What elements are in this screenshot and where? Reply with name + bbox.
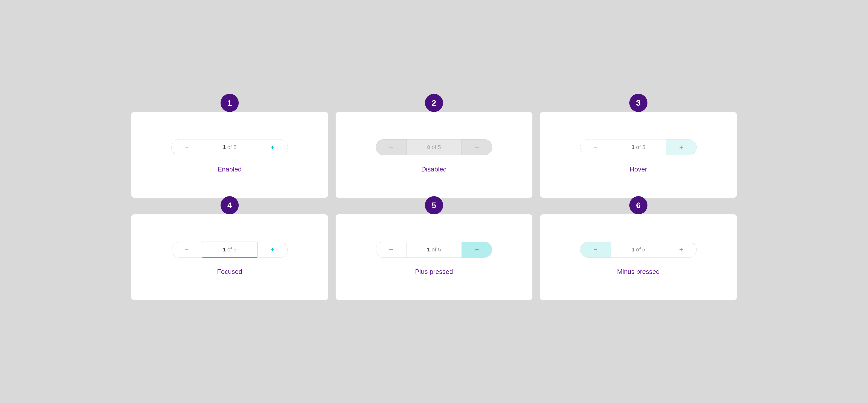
card-plus-pressed: − 1 of 5 + Plus pressed bbox=[336, 214, 532, 300]
of-text-plus-pressed: of bbox=[430, 246, 438, 253]
card-wrapper-minus-pressed: 6 − 1 of 5 + Minus pressed bbox=[540, 205, 737, 300]
card-wrapper-disabled: 2 − 0 of 5 + Disabled bbox=[336, 103, 532, 198]
card-focused: − 1 of 5 + Focused bbox=[131, 214, 328, 300]
value-plus-pressed: 1 of 5 bbox=[406, 242, 462, 258]
value-disabled: 0 of 5 bbox=[406, 139, 462, 155]
minus-button-disabled: − bbox=[376, 139, 406, 155]
value-minus-pressed: 1 of 5 bbox=[611, 242, 666, 258]
badge-4: 4 bbox=[220, 196, 239, 214]
plus-button-plus-pressed[interactable]: + bbox=[462, 242, 492, 258]
of-text-enabled: of bbox=[226, 144, 234, 150]
stepper-focused: − 1 of 5 + bbox=[172, 242, 288, 258]
badge-2: 2 bbox=[425, 94, 443, 112]
of-text-minus-pressed: of bbox=[634, 246, 643, 253]
plus-button-focused[interactable]: + bbox=[257, 242, 288, 258]
current-value-focused: 1 bbox=[222, 246, 225, 253]
current-value-enabled: 1 bbox=[222, 144, 225, 150]
value-focused[interactable]: 1 of 5 bbox=[202, 242, 257, 258]
of-text-hover: of bbox=[634, 144, 643, 150]
card-wrapper-enabled: 1 − 1 of 5 + Enabled bbox=[131, 103, 328, 198]
label-enabled: Enabled bbox=[217, 165, 242, 173]
value-enabled: 1 of 5 bbox=[202, 139, 257, 155]
total-value-enabled: 5 bbox=[234, 144, 237, 150]
card-minus-pressed: − 1 of 5 + Minus pressed bbox=[540, 214, 737, 300]
badge-6: 6 bbox=[629, 196, 648, 214]
stepper-hover: − 1 of 5 + bbox=[580, 139, 697, 155]
of-text-focused: of bbox=[226, 246, 234, 253]
card-grid: 1 − 1 of 5 + Enabled 2 − 0 of bbox=[131, 103, 737, 300]
plus-button-minus-pressed[interactable]: + bbox=[666, 242, 696, 258]
total-value-plus-pressed: 5 bbox=[438, 246, 441, 253]
stepper-plus-pressed: − 1 of 5 + bbox=[376, 242, 492, 258]
badge-1: 1 bbox=[220, 94, 239, 112]
total-value-hover: 5 bbox=[642, 144, 645, 150]
card-disabled: − 0 of 5 + Disabled bbox=[336, 112, 532, 198]
current-value-plus-pressed: 1 bbox=[427, 246, 430, 253]
minus-button-plus-pressed[interactable]: − bbox=[376, 242, 406, 258]
card-wrapper-plus-pressed: 5 − 1 of 5 + Plus pressed bbox=[336, 205, 532, 300]
card-wrapper-hover: 3 − 1 of 5 + Hover bbox=[540, 103, 737, 198]
minus-button-hover[interactable]: − bbox=[580, 139, 611, 155]
minus-button-minus-pressed[interactable]: − bbox=[580, 242, 611, 258]
stepper-enabled: − 1 of 5 + bbox=[171, 139, 288, 155]
label-disabled: Disabled bbox=[421, 165, 446, 173]
label-plus-pressed: Plus pressed bbox=[415, 268, 453, 276]
plus-button-disabled: + bbox=[462, 139, 492, 155]
current-value-hover: 1 bbox=[631, 144, 634, 150]
of-text-disabled: of bbox=[430, 144, 438, 150]
current-value-disabled: 0 bbox=[427, 144, 430, 150]
total-value-disabled: 5 bbox=[438, 144, 441, 150]
badge-5: 5 bbox=[425, 196, 443, 214]
minus-button-focused[interactable]: − bbox=[172, 242, 202, 258]
plus-button-enabled[interactable]: + bbox=[257, 139, 288, 155]
total-value-minus-pressed: 5 bbox=[642, 246, 645, 253]
current-value-minus-pressed: 1 bbox=[631, 246, 634, 253]
label-hover: Hover bbox=[629, 165, 647, 173]
stepper-disabled: − 0 of 5 + bbox=[376, 139, 492, 155]
total-value-focused: 5 bbox=[234, 246, 237, 253]
badge-3: 3 bbox=[629, 94, 648, 112]
card-enabled: − 1 of 5 + Enabled bbox=[131, 112, 328, 198]
value-hover: 1 of 5 bbox=[611, 139, 666, 155]
card-wrapper-focused: 4 − 1 of 5 + Focused bbox=[131, 205, 328, 300]
card-hover: − 1 of 5 + Hover bbox=[540, 112, 737, 198]
label-focused: Focused bbox=[217, 268, 242, 276]
label-minus-pressed: Minus pressed bbox=[617, 268, 659, 276]
minus-button-enabled[interactable]: − bbox=[172, 139, 202, 155]
stepper-minus-pressed: − 1 of 5 + bbox=[580, 242, 697, 258]
plus-button-hover[interactable]: + bbox=[666, 139, 696, 155]
